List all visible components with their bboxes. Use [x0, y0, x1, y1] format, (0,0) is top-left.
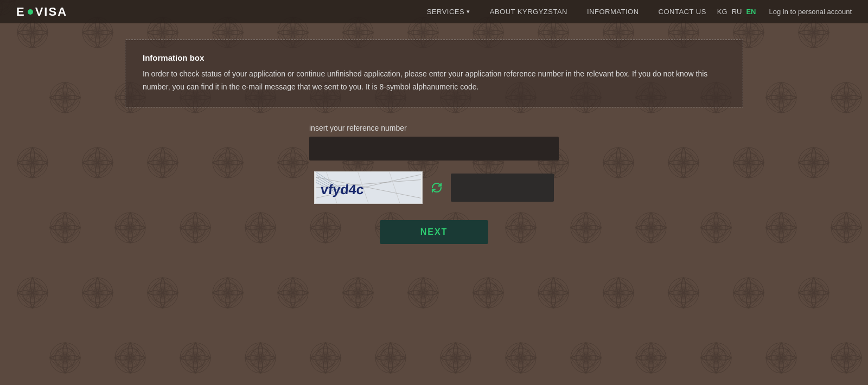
- info-box-text: In order to check status of your applica…: [143, 68, 725, 94]
- logo-text-right: VISA: [35, 5, 67, 19]
- info-box: Information box In order to check status…: [125, 40, 743, 107]
- login-link[interactable]: Log in to personal account: [769, 8, 852, 16]
- captcha-row: vfyd4c: [314, 171, 554, 204]
- lang-en[interactable]: EN: [746, 8, 756, 16]
- ref-input-wrapper: insert your reference number: [309, 124, 559, 171]
- header: E VISA SERVICES ABOUT KYRGYZSTAN INFORMA…: [0, 0, 868, 23]
- reference-input[interactable]: [309, 137, 559, 161]
- nav-information[interactable]: INFORMATION: [587, 8, 639, 16]
- main-content: Information box In order to check status…: [0, 23, 868, 244]
- captcha-image: vfyd4c: [314, 171, 423, 204]
- svg-text:vfyd4c: vfyd4c: [320, 181, 365, 196]
- nav-about[interactable]: ABOUT KYRGYZSTAN: [490, 8, 567, 16]
- logo: E VISA: [16, 5, 67, 19]
- captcha-refresh-button[interactable]: [429, 180, 444, 195]
- captcha-input[interactable]: [451, 174, 554, 202]
- reference-form: insert your reference number: [0, 124, 868, 244]
- logo-text-left: E: [16, 5, 25, 19]
- info-box-title: Information box: [143, 53, 725, 62]
- lang-kg[interactable]: KG: [717, 8, 727, 16]
- logo-dot: [28, 9, 33, 15]
- nav-services[interactable]: SERVICES: [427, 8, 470, 16]
- next-button[interactable]: NEXT: [380, 220, 488, 244]
- main-nav: SERVICES ABOUT KYRGYZSTAN INFORMATION CO…: [427, 8, 706, 16]
- language-switcher: KG RU EN: [717, 8, 756, 16]
- lang-ru[interactable]: RU: [732, 8, 742, 16]
- nav-contact[interactable]: CONTACT US: [659, 8, 706, 16]
- ref-input-label: insert your reference number: [309, 124, 559, 132]
